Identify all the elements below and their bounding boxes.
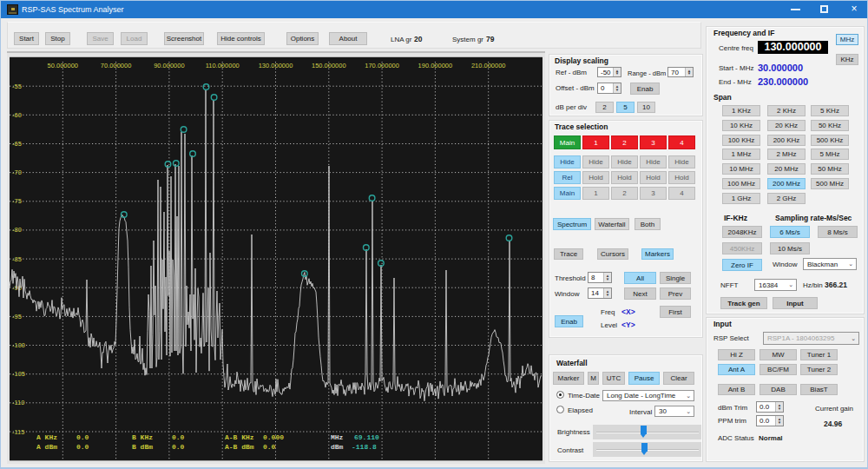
svg-text:-110: -110 <box>12 399 24 406</box>
svg-text:69.110: 69.110 <box>354 433 379 441</box>
svg-text:170.000000: 170.000000 <box>365 62 399 69</box>
svg-text:0.000: 0.000 <box>263 433 284 441</box>
svg-text:A-B dBm: A-B dBm <box>225 443 254 451</box>
svg-text:70.000000: 70.000000 <box>101 62 131 69</box>
svg-text:MHz: MHz <box>331 433 344 441</box>
svg-text:A dBm: A dBm <box>36 443 57 451</box>
svg-text:-118.8: -118.8 <box>352 443 377 451</box>
svg-text:-115: -115 <box>12 428 24 436</box>
svg-text:110.000000: 110.000000 <box>206 62 240 69</box>
svg-text:-85: -85 <box>12 255 22 263</box>
svg-text:-80: -80 <box>12 226 22 234</box>
svg-text:B dBm: B dBm <box>132 443 153 451</box>
svg-text:0.0: 0.0 <box>76 433 89 441</box>
svg-text:0.0: 0.0 <box>172 433 185 441</box>
svg-text:-95: -95 <box>12 313 22 320</box>
svg-text:-60: -60 <box>12 111 22 119</box>
svg-text:B KHz: B KHz <box>132 433 153 441</box>
svg-text:-65: -65 <box>12 140 22 148</box>
svg-text:50.000000: 50.000000 <box>48 62 78 69</box>
svg-text:-105: -105 <box>12 370 25 378</box>
svg-text:90.000000: 90.000000 <box>154 62 184 69</box>
svg-text:-75: -75 <box>12 197 22 205</box>
svg-text:0.0: 0.0 <box>76 443 89 451</box>
svg-text:A-B KHz: A-B KHz <box>225 433 254 441</box>
svg-text:-55: -55 <box>12 83 22 90</box>
svg-text:150.000000: 150.000000 <box>312 62 346 69</box>
svg-text:190.000000: 190.000000 <box>418 62 453 69</box>
svg-text:A KHz: A KHz <box>36 433 57 441</box>
svg-text:0.0: 0.0 <box>263 443 276 451</box>
svg-text:-70: -70 <box>12 168 22 176</box>
svg-text:210.000000: 210.000000 <box>471 62 506 69</box>
svg-text:130.000000: 130.000000 <box>259 62 293 69</box>
svg-text:dBm: dBm <box>331 443 344 451</box>
svg-text:-100: -100 <box>12 341 25 349</box>
svg-text:0.0: 0.0 <box>172 443 185 451</box>
